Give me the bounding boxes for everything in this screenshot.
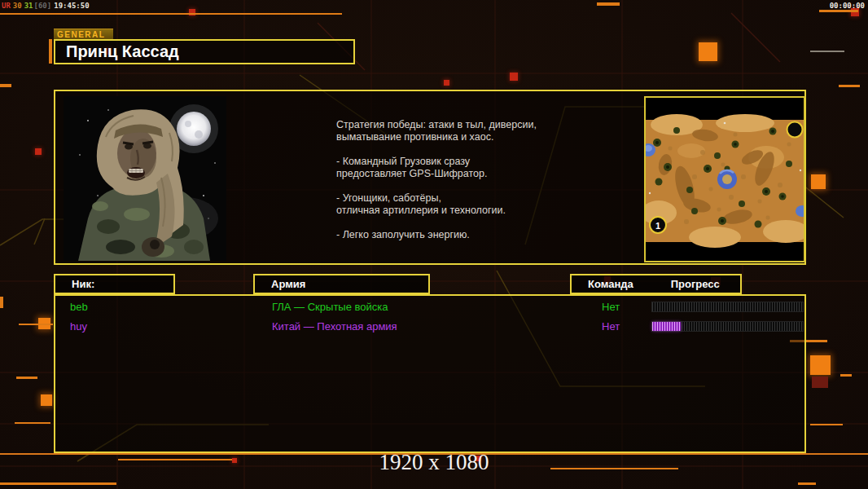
team-header-label: Команда — [572, 275, 633, 293]
fps-value: 30 — [13, 2, 22, 10]
decor-square — [444, 80, 449, 86]
decor-square — [35, 148, 42, 155]
decor-line — [49, 39, 52, 64]
desert-minimap-icon: 1 — [646, 98, 804, 261]
decor-square — [810, 355, 831, 375]
decor-square — [812, 377, 828, 388]
resolution-label: 1920 x 1080 — [0, 450, 868, 475]
match-timer: 00:00:00 — [830, 2, 865, 10]
decor-square — [510, 73, 518, 81]
player-army: Китай — Пехотная армия — [272, 320, 397, 333]
decor-line — [819, 10, 858, 12]
decor-line — [19, 324, 53, 325]
player-team: Нет — [602, 301, 620, 313]
loading-screen: UR3031[60]19:45:50 00:00:00 GENERAL Прин… — [0, 0, 868, 489]
decor-line — [0, 482, 116, 485]
players-box: beb ГЛА — Скрытые войска Нет huy Китай —… — [54, 294, 806, 453]
start-position-1-label: 1 — [655, 221, 660, 231]
decor-line — [0, 297, 3, 308]
player-army: ГЛА — Скрытые войска — [272, 301, 388, 313]
player-progress-fill — [652, 322, 681, 331]
decor-line — [810, 424, 843, 425]
player-team: Нет — [602, 320, 620, 333]
fps-app-label: UR — [2, 2, 11, 10]
minimap-box: 1 — [644, 96, 805, 262]
decor-square — [699, 42, 717, 61]
prince-kassad-portrait-icon — [64, 96, 226, 261]
decor-line — [0, 84, 11, 87]
decor-square — [41, 394, 52, 406]
player-row: beb ГЛА — Скрытые войска Нет — [55, 297, 804, 317]
decor-line — [798, 482, 816, 485]
progress-header-label: Прогресс — [633, 275, 720, 293]
strategy-text: Стратегия победы: атаки в тыл, диверсии,… — [336, 119, 576, 241]
decor-line — [15, 422, 50, 424]
nick-header-label: Ник: — [55, 275, 173, 293]
general-name-box: Принц Кассад — [54, 39, 355, 64]
fps-overlay: UR3031[60]19:45:50 — [2, 2, 92, 10]
fps-cap: [60] — [34, 2, 52, 10]
fps-average: 31 — [24, 2, 33, 10]
decor-line — [0, 13, 342, 15]
column-header-team-progress: Команда Прогресс — [570, 274, 742, 294]
column-header-army: Армия — [253, 274, 430, 294]
general-tab: GENERAL — [54, 29, 113, 40]
player-row: huy Китай — Пехотная армия Нет — [55, 317, 804, 337]
player-progress-bar — [651, 302, 804, 312]
player-progress-bar — [651, 321, 804, 332]
player-nick: huy — [70, 320, 87, 333]
general-name: Принц Кассад — [55, 41, 353, 63]
overlay-clock: 19:45:50 — [54, 2, 89, 10]
decor-square — [811, 174, 826, 189]
decor-line — [597, 2, 620, 6]
decor-line — [810, 51, 844, 52]
army-header-label: Армия — [255, 275, 428, 293]
player-rows: beb ГЛА — Скрытые войска Нет huy Китай —… — [55, 297, 804, 337]
decor-line — [840, 374, 852, 377]
decor-line — [16, 377, 37, 379]
player-nick: beb — [70, 301, 88, 313]
decor-line — [839, 85, 860, 87]
column-header-nick: Ник: — [54, 274, 175, 294]
